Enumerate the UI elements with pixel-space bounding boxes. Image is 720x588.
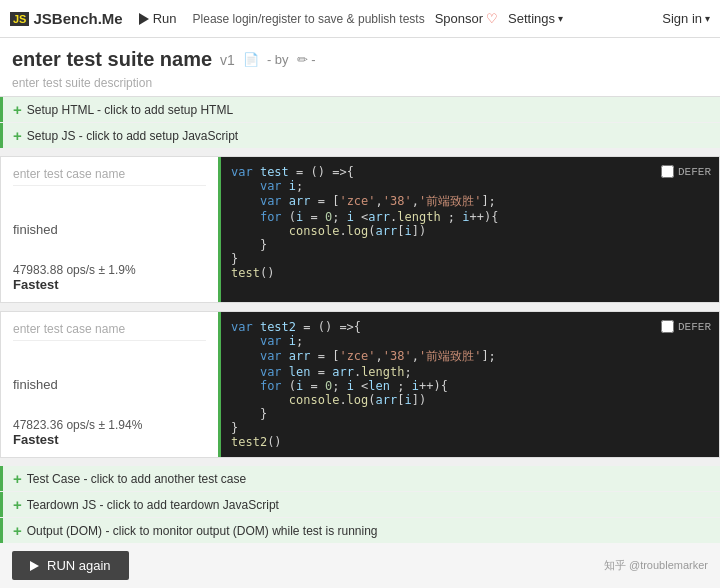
setup-html-label: Setup HTML - click to add setup HTML	[27, 103, 233, 117]
code-block-1: var test = () =>{ var i; var arr = ['zce…	[231, 165, 709, 280]
play-again-icon	[30, 561, 39, 571]
run-again-label: RUN again	[47, 558, 111, 573]
plus-icon-teardown: +	[13, 496, 22, 513]
setup-js-row[interactable]: + Setup JS - click to add setup JavaScri…	[0, 123, 720, 148]
play-icon	[139, 13, 149, 25]
settings-button[interactable]: Settings ▾	[508, 11, 563, 26]
footer: RUN again 知乎 @troublemarker	[0, 543, 720, 588]
test-case-left-2: enter test case name finished 47823.36 o…	[1, 312, 221, 457]
defer-checkbox-2[interactable]: DEFER	[661, 320, 711, 333]
plus-icon: +	[13, 101, 22, 118]
test-case-ops-2: 47823.36 ops/s ± 1.94% Fastest	[13, 418, 206, 447]
suite-title[interactable]: enter test suite name	[12, 48, 212, 71]
defer-checkbox-1[interactable]: DEFER	[661, 165, 711, 178]
test-case-left-1: enter test case name finished 47983.88 o…	[1, 157, 221, 302]
setup-html-row[interactable]: + Setup HTML - click to add setup HTML	[0, 97, 720, 122]
test-case-code-1[interactable]: DEFER var test = () =>{ var i; var arr =…	[221, 157, 719, 302]
add-test-case-label: Test Case - click to add another test ca…	[27, 472, 246, 486]
suite-desc-text: enter test suite description	[12, 74, 152, 94]
suite-title-row: enter test suite name v1 📄 - by ✏ -	[12, 48, 708, 71]
sponsor-label: Sponsor	[435, 11, 483, 26]
suite-by: - by	[267, 52, 289, 67]
test-case-status-2: finished	[13, 377, 206, 392]
chevron-down-icon: ▾	[558, 13, 563, 24]
logo-text: JSBench.Me	[33, 10, 122, 27]
run-button[interactable]: Run	[133, 7, 183, 30]
run-again-button[interactable]: RUN again	[12, 551, 129, 580]
settings-label: Settings	[508, 11, 555, 26]
add-test-case-row[interactable]: + Test Case - click to add another test …	[0, 466, 720, 491]
sponsor-button[interactable]: Sponsor ♡	[435, 11, 498, 26]
test-case-status-1: finished	[13, 222, 206, 237]
output-dom-row[interactable]: + Output (DOM) - click to monitor output…	[0, 518, 720, 543]
test-case: enter test case name finished 47983.88 o…	[0, 156, 720, 303]
edit-icon[interactable]: ✏ -	[297, 52, 316, 67]
test-case-ops-1: 47983.88 ops/s ± 1.9% Fastest	[13, 263, 206, 292]
js-icon: JS	[10, 12, 29, 26]
run-label: Run	[153, 11, 177, 26]
test-case-fastest-1: Fastest	[13, 277, 206, 292]
output-dom-label: Output (DOM) - click to monitor output (…	[27, 524, 378, 538]
chevron-down-icon-signin: ▾	[705, 13, 710, 24]
signin-label: Sign in	[662, 11, 702, 26]
watermark: 知乎 @troublemarker	[604, 558, 708, 573]
defer-check-1[interactable]	[661, 165, 674, 178]
signin-button[interactable]: Sign in ▾	[662, 11, 710, 26]
test-case-2: enter test case name finished 47823.36 o…	[0, 311, 720, 458]
suite-description[interactable]: enter test suite description	[12, 75, 708, 90]
code-block-2: var test2 = () =>{ var i; var arr = ['zc…	[231, 320, 709, 449]
teardown-js-label: Teardown JS - click to add teardown Java…	[27, 498, 279, 512]
plus-icon-output: +	[13, 522, 22, 539]
nav-message: Please login/register to save & publish …	[193, 12, 425, 26]
teardown-js-row[interactable]: + Teardown JS - click to add teardown Ja…	[0, 492, 720, 517]
test-cases-container: enter test case name finished 47983.88 o…	[0, 156, 720, 458]
bottom-actions: + Test Case - click to add another test …	[0, 466, 720, 543]
suite-header: enter test suite name v1 📄 - by ✏ - ente…	[0, 38, 720, 97]
test-case-code-2[interactable]: DEFER var test2 = () =>{ var i; var arr …	[221, 312, 719, 457]
header: JS JSBench.Me Run Please login/register …	[0, 0, 720, 38]
test-case-name-1[interactable]: enter test case name	[13, 167, 206, 186]
setup-js-label: Setup JS - click to add setup JavaScript	[27, 129, 238, 143]
suite-version: v1	[220, 52, 235, 68]
test-case-fastest-2: Fastest	[13, 432, 206, 447]
defer-check-2[interactable]	[661, 320, 674, 333]
test-case-name-2[interactable]: enter test case name	[13, 322, 206, 341]
defer-label-1: DEFER	[678, 166, 711, 178]
plus-icon-tc: +	[13, 470, 22, 487]
defer-label-2: DEFER	[678, 321, 711, 333]
document-icon: 📄	[243, 52, 259, 67]
heart-icon: ♡	[486, 11, 498, 26]
logo: JS JSBench.Me	[10, 10, 123, 27]
plus-icon-js: +	[13, 127, 22, 144]
